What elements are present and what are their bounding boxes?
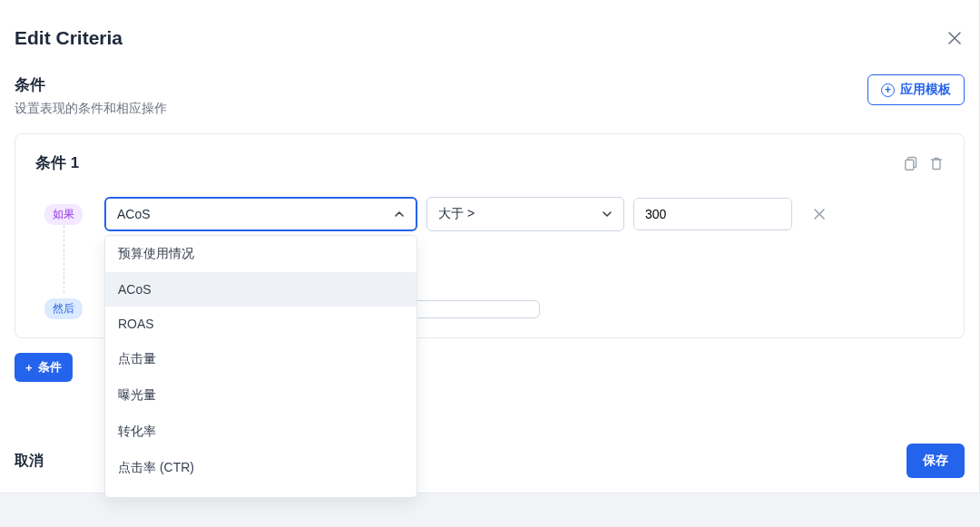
condition-card-header: 条件 1 [35, 152, 944, 173]
metric-dropdown[interactable]: 预算使用情况 ACoS ROAS 点击量 曝光量 转化率 点击率 (CTR) 点… [104, 235, 417, 498]
apply-template-label: 应用模板 [900, 82, 951, 98]
metric-option[interactable]: 点击率 (CTR) [105, 450, 416, 486]
condition-card: 条件 1 如果 ACoS [15, 133, 965, 338]
remove-icon[interactable] [810, 205, 828, 223]
operator-select[interactable]: 大于 > [426, 197, 624, 231]
metric-option[interactable]: ACoS [105, 272, 416, 307]
add-condition-label: 条件 [38, 359, 62, 376]
svg-rect-1 [906, 160, 914, 170]
page-title: Edit Criteria [15, 27, 122, 49]
badge-column: 如果 [35, 204, 92, 225]
metric-select[interactable]: ACoS [104, 197, 417, 231]
apply-template-button[interactable]: + 应用模板 [867, 74, 965, 105]
chevron-down-icon [602, 209, 612, 220]
metric-option[interactable]: 点击成本 [105, 486, 416, 498]
condition-card-title: 条件 1 [35, 152, 79, 173]
section-header: 条件 设置表现的条件和相应操作 + 应用模板 [15, 74, 965, 117]
trash-icon[interactable] [929, 156, 944, 171]
metric-option[interactable]: 转化率 [105, 414, 416, 450]
chevron-up-icon [394, 209, 405, 220]
value-input-group: % [633, 198, 792, 230]
add-condition-button[interactable]: + 条件 [15, 353, 73, 382]
operator-select-value: 大于 > [438, 206, 475, 222]
section-title: 条件 [15, 74, 167, 95]
copy-icon[interactable] [904, 156, 918, 171]
close-icon[interactable] [945, 28, 965, 48]
if-fields: ACoS 大于 > % [104, 197, 944, 231]
metric-option[interactable]: ROAS [105, 307, 416, 341]
metric-option[interactable]: 曝光量 [105, 377, 416, 414]
connector-line [64, 226, 64, 293]
section-description: 设置表现的条件和相应操作 [15, 101, 167, 117]
edit-criteria-modal: Edit Criteria 条件 设置表现的条件和相应操作 + 应用模板 条件 … [0, 0, 980, 527]
metric-select-value: ACoS [117, 207, 151, 221]
cancel-button[interactable]: 取消 [15, 452, 44, 471]
metric-option[interactable]: 点击量 [105, 341, 416, 377]
modal-header: Edit Criteria [15, 27, 965, 49]
condition-card-actions [904, 156, 944, 171]
plus-circle-icon: + [881, 83, 895, 97]
if-badge: 如果 [44, 204, 83, 225]
then-badge: 然后 [44, 298, 83, 319]
plus-icon: + [25, 361, 33, 375]
if-row: 如果 ACoS 大于 > % [35, 197, 944, 231]
save-button[interactable]: 保存 [906, 444, 965, 478]
badge-column-then: 然后 [35, 298, 92, 319]
metric-option[interactable]: 预算使用情况 [105, 236, 416, 272]
value-input[interactable] [634, 199, 792, 229]
